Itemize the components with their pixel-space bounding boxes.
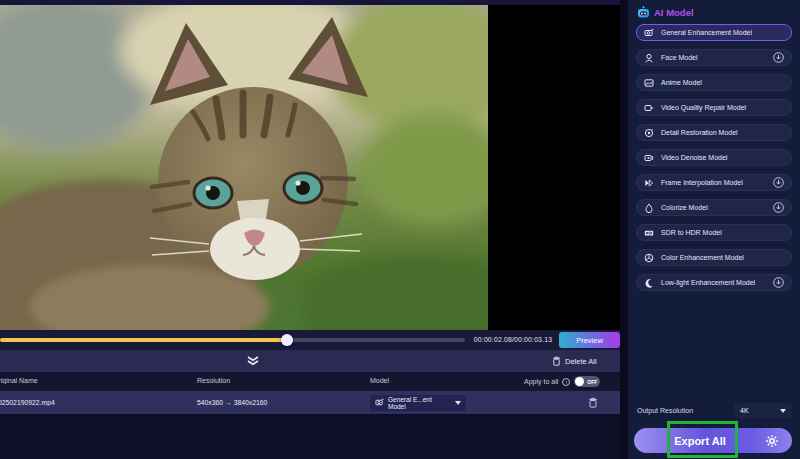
camera-enhance-icon bbox=[375, 398, 384, 407]
apply-to-all-label: Apply to all bbox=[524, 378, 558, 385]
video-denoise-icon bbox=[644, 153, 654, 163]
hdr-icon bbox=[644, 228, 654, 238]
output-resolution-value: 4K bbox=[740, 407, 749, 414]
model-item-frame-interpolation[interactable]: Frame Interpolation Model bbox=[636, 174, 792, 191]
progress-handle[interactable] bbox=[281, 334, 293, 346]
colorize-icon bbox=[644, 203, 654, 213]
download-icon[interactable] bbox=[773, 52, 784, 63]
detail-restoration-icon bbox=[644, 128, 654, 138]
download-icon[interactable] bbox=[773, 202, 784, 213]
model-item-anime[interactable]: Anime Model bbox=[636, 74, 792, 91]
model-list: General Enhancement Model Face Model Ani… bbox=[636, 24, 792, 299]
video-repair-icon bbox=[644, 103, 654, 113]
progress-fill bbox=[0, 338, 287, 342]
gear-icon[interactable] bbox=[765, 434, 779, 448]
video-preview-stage bbox=[0, 5, 620, 330]
camera-enhance-icon bbox=[644, 28, 654, 38]
sidebar-title: AI Model bbox=[654, 7, 694, 18]
toggle-state-label: OFF bbox=[587, 379, 597, 385]
export-all-button[interactable]: Export All bbox=[634, 428, 792, 453]
row-model-value: General E...ent Model bbox=[388, 396, 451, 410]
model-item-detail-restoration[interactable]: Detail Restoration Model bbox=[636, 124, 792, 141]
face-icon bbox=[644, 53, 654, 63]
file-name: 02502190922.mp4 bbox=[0, 399, 120, 406]
column-resolution: Resolution bbox=[197, 377, 230, 384]
anime-frame-icon bbox=[644, 78, 654, 88]
model-item-color-enhancement[interactable]: Color Enhancement Model bbox=[636, 249, 792, 266]
color-wheel-icon bbox=[644, 253, 654, 263]
file-table-row[interactable]: 02502190922.mp4 540x360 → 3840x2160 Gene… bbox=[0, 391, 626, 414]
kitten-video-frame bbox=[0, 5, 488, 330]
row-delete-icon[interactable] bbox=[588, 397, 598, 408]
apply-to-all-control: Apply to all i OFF bbox=[524, 376, 600, 387]
model-item-video-denoise[interactable]: Video Denoise Model bbox=[636, 149, 792, 166]
model-item-face[interactable]: Face Model bbox=[636, 49, 792, 66]
model-item-low-light-enhancement[interactable]: Low-light Enhancement Model bbox=[636, 274, 792, 291]
preview-button[interactable]: Preview bbox=[559, 332, 620, 348]
toggle-knob bbox=[575, 377, 584, 386]
robot-icon bbox=[637, 6, 650, 19]
moon-icon bbox=[644, 278, 654, 288]
file-resolution: 540x360 → 3840x2160 bbox=[197, 399, 267, 406]
output-resolution-dropdown[interactable]: 4K bbox=[734, 403, 792, 418]
info-icon[interactable]: i bbox=[562, 378, 570, 386]
chevron-down-icon bbox=[455, 401, 461, 405]
video-enhancer-app: 00:00:02.08/00:00:03.13 Preview Delete A… bbox=[0, 0, 800, 459]
output-resolution-row: Output Resolution 4K bbox=[637, 403, 792, 418]
column-model: Model bbox=[370, 377, 389, 384]
ai-model-sidebar: AI Model General Enhancement Model Face … bbox=[628, 0, 800, 459]
frame-interpolation-icon bbox=[644, 178, 654, 188]
delete-all-button[interactable]: Delete All bbox=[552, 354, 597, 368]
player-bar: 00:00:02.08/00:00:03.13 Preview bbox=[0, 330, 628, 350]
download-icon[interactable] bbox=[773, 277, 784, 288]
collapse-chevron-icon[interactable] bbox=[246, 356, 260, 366]
queue-toolbar: Delete All bbox=[0, 350, 628, 372]
export-all-label: Export All bbox=[634, 428, 766, 453]
column-original-name: Original Name bbox=[0, 377, 70, 384]
row-model-dropdown[interactable]: General E...ent Model bbox=[370, 395, 466, 411]
delete-all-label: Delete All bbox=[565, 357, 597, 366]
sidebar-header: AI Model bbox=[637, 6, 694, 19]
model-item-general-enhancement[interactable]: General Enhancement Model bbox=[636, 24, 792, 41]
chevron-down-icon bbox=[780, 409, 786, 413]
panel-divider bbox=[620, 0, 628, 459]
trash-icon bbox=[552, 356, 561, 366]
download-icon[interactable] bbox=[773, 177, 784, 188]
apply-to-all-toggle[interactable]: OFF bbox=[574, 376, 600, 387]
time-display: 00:00:02.08/00:00:03.13 bbox=[468, 336, 558, 343]
model-item-video-quality-repair[interactable]: Video Quality Repair Model bbox=[636, 99, 792, 116]
progress-slider[interactable] bbox=[0, 338, 465, 342]
model-item-colorize[interactable]: Colorize Model bbox=[636, 199, 792, 216]
file-table-header: Original Name Resolution Model Apply to … bbox=[0, 372, 628, 391]
output-resolution-label: Output Resolution bbox=[637, 407, 693, 414]
model-item-sdr-to-hdr[interactable]: SDR to HDR Model bbox=[636, 224, 792, 241]
